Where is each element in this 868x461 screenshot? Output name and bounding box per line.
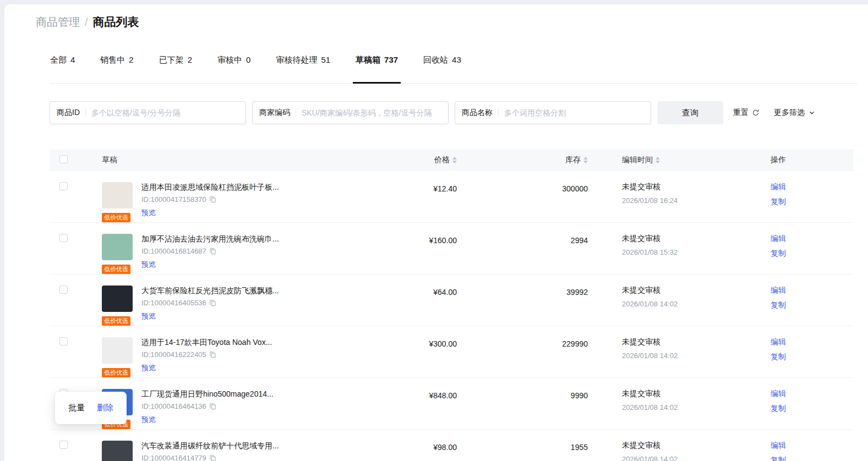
bulk-actions-popup: 批量 删除 bbox=[55, 392, 127, 424]
product-thumbnail[interactable] bbox=[102, 286, 133, 312]
tab-count: 737 bbox=[384, 55, 398, 65]
tab-recycle-bin[interactable]: 回收站 43 bbox=[423, 55, 462, 83]
preview-link[interactable]: 预览 bbox=[141, 260, 156, 270]
edit-time-column-label: 编辑时间 bbox=[622, 155, 653, 165]
stock-value: 1955 bbox=[571, 443, 588, 452]
product-id-filter-label: 商品ID bbox=[57, 108, 80, 118]
edit-time: 2026/01/08 14:02 bbox=[622, 455, 760, 461]
copy-link[interactable]: 复制 bbox=[771, 249, 853, 259]
product-title[interactable]: 工厂现货通用日野hino500mage2014... bbox=[141, 389, 274, 399]
edit-link[interactable]: 编辑 bbox=[771, 234, 853, 244]
product-name-filter-label: 商品名称 bbox=[462, 108, 493, 118]
low-price-badge: 低价优选 bbox=[102, 265, 130, 274]
tab-in-review[interactable]: 审核中 0 bbox=[217, 55, 251, 83]
reset-button[interactable]: 重置 bbox=[733, 108, 760, 118]
row-checkbox[interactable] bbox=[59, 286, 68, 294]
row-checkbox[interactable] bbox=[59, 182, 68, 190]
sort-icon bbox=[452, 157, 457, 163]
product-id-input[interactable] bbox=[91, 108, 239, 117]
tab-all[interactable]: 全部 4 bbox=[50, 55, 75, 83]
copy-link[interactable]: 复制 bbox=[771, 352, 853, 362]
edit-link[interactable]: 编辑 bbox=[771, 441, 853, 451]
tab-off-shelf[interactable]: 已下架 2 bbox=[159, 55, 193, 83]
row-checkbox[interactable] bbox=[59, 441, 68, 449]
table-header-row: 草稿 价格 库存 编辑时间 bbox=[50, 149, 853, 171]
tab-count: 2 bbox=[188, 55, 192, 65]
reset-label: 重置 bbox=[733, 108, 749, 118]
preview-link[interactable]: 预览 bbox=[141, 415, 156, 425]
copy-icon[interactable] bbox=[209, 248, 216, 255]
products-table: 草稿 价格 库存 编辑时间 bbox=[50, 149, 853, 461]
table-row: 低价优选 加厚不沾油去油去污家用洗碗布洗碗巾... ID:10000416814… bbox=[50, 223, 853, 275]
audit-status: 未提交审核 bbox=[622, 234, 760, 244]
product-name-input[interactable] bbox=[504, 108, 644, 117]
product-id: ID:10000416405536 bbox=[141, 299, 206, 307]
edit-time: 2026/01/08 14:02 bbox=[622, 403, 760, 411]
stock-value: 2994 bbox=[571, 236, 588, 245]
merchant-code-input[interactable] bbox=[302, 108, 441, 117]
edit-time: 2026/01/08 16:24 bbox=[622, 196, 760, 205]
row-checkbox[interactable] bbox=[59, 234, 68, 242]
product-thumbnail[interactable] bbox=[102, 337, 133, 364]
edit-link[interactable]: 编辑 bbox=[771, 286, 853, 295]
copy-icon[interactable] bbox=[209, 299, 216, 306]
price-sort-header[interactable]: 价格 bbox=[434, 155, 457, 165]
product-thumbnail[interactable] bbox=[102, 441, 133, 461]
breadcrumb: 商品管理 / 商品列表 bbox=[36, 14, 858, 30]
preview-link[interactable]: 预览 bbox=[141, 208, 156, 218]
edit-link[interactable]: 编辑 bbox=[771, 389, 853, 399]
bulk-delete-link[interactable]: 删除 bbox=[97, 403, 113, 413]
product-name-filter[interactable]: 商品名称 bbox=[455, 101, 651, 124]
tab-on-sale[interactable]: 销售中 2 bbox=[100, 55, 134, 83]
stock-value: 229990 bbox=[562, 339, 588, 348]
edit-time: 2026/01/08 14:02 bbox=[622, 352, 760, 360]
content-panel: 商品管理 / 商品列表 全部 4 销售中 2 已下架 2 审核中 0 审核待处理… bbox=[4, 4, 868, 461]
edit-link[interactable]: 编辑 bbox=[771, 182, 853, 192]
copy-icon[interactable] bbox=[209, 351, 216, 358]
tab-label: 草稿箱 bbox=[356, 55, 380, 65]
tab-label: 回收站 bbox=[423, 55, 448, 65]
copy-link[interactable]: 复制 bbox=[771, 455, 853, 461]
breadcrumb-separator: / bbox=[85, 16, 88, 29]
tab-drafts[interactable]: 草稿箱 737 bbox=[355, 55, 398, 83]
copy-link[interactable]: 复制 bbox=[771, 300, 853, 310]
product-title[interactable]: 适用本田凌派思域保险杠挡泥板叶子板... bbox=[141, 183, 279, 193]
table-row: 低价优选 大货车前保险杠反光挡泥皮防飞溅飘穗... ID:10000416405… bbox=[50, 275, 853, 326]
tab-review-pending[interactable]: 审核待处理 51 bbox=[275, 55, 331, 83]
product-title[interactable]: 加厚不沾油去油去污家用洗碗布洗碗巾... bbox=[141, 234, 279, 244]
select-all-checkbox[interactable] bbox=[59, 155, 68, 163]
low-price-badge: 低价优选 bbox=[102, 316, 130, 326]
copy-icon[interactable] bbox=[209, 454, 216, 461]
merchant-code-filter[interactable]: 商家编码 bbox=[252, 101, 449, 124]
table-row: 低价优选 适用于14-17款丰田Toyota Noah Vox... ID:10… bbox=[50, 326, 853, 378]
sort-icon bbox=[583, 157, 588, 163]
low-price-badge: 低价优选 bbox=[102, 368, 130, 377]
tab-count: 4 bbox=[70, 55, 75, 65]
product-id: ID:10000417158370 bbox=[141, 195, 206, 204]
table-row: 低价优选 汽车改装通用碳纤纹前铲十代思域专用... ID:10000416414… bbox=[50, 430, 853, 461]
breadcrumb-parent[interactable]: 商品管理 bbox=[36, 15, 80, 30]
preview-link[interactable]: 预览 bbox=[141, 311, 156, 321]
search-button[interactable]: 查询 bbox=[657, 101, 723, 124]
copy-icon[interactable] bbox=[209, 196, 216, 203]
copy-link[interactable]: 复制 bbox=[771, 197, 853, 207]
row-checkbox[interactable] bbox=[59, 337, 68, 345]
product-id-filter[interactable]: 商品ID bbox=[50, 101, 246, 124]
more-filters-button[interactable]: 更多筛选 bbox=[774, 108, 815, 118]
copy-icon[interactable] bbox=[209, 403, 216, 410]
product-title[interactable]: 适用于14-17款丰田Toyota Noah Vox... bbox=[141, 338, 272, 348]
stock-sort-header[interactable]: 库存 bbox=[565, 155, 588, 165]
tab-count: 43 bbox=[452, 55, 461, 65]
chevron-down-icon bbox=[809, 109, 815, 116]
edit-time-sort-header[interactable]: 编辑时间 bbox=[622, 155, 660, 165]
product-thumbnail[interactable] bbox=[102, 234, 133, 260]
edit-link[interactable]: 编辑 bbox=[771, 337, 853, 347]
low-price-badge: 低价优选 bbox=[102, 213, 130, 222]
product-title[interactable]: 汽车改装通用碳纤纹前铲十代思域专用... bbox=[141, 441, 279, 451]
product-title[interactable]: 大货车前保险杠反光挡泥皮防飞溅飘穗... bbox=[141, 286, 279, 296]
product-thumbnail[interactable] bbox=[102, 182, 133, 208]
price-value: ¥12.40 bbox=[433, 184, 457, 193]
copy-link[interactable]: 复制 bbox=[771, 404, 853, 414]
preview-link[interactable]: 预览 bbox=[141, 363, 156, 373]
price-value: ¥64.00 bbox=[433, 288, 457, 297]
